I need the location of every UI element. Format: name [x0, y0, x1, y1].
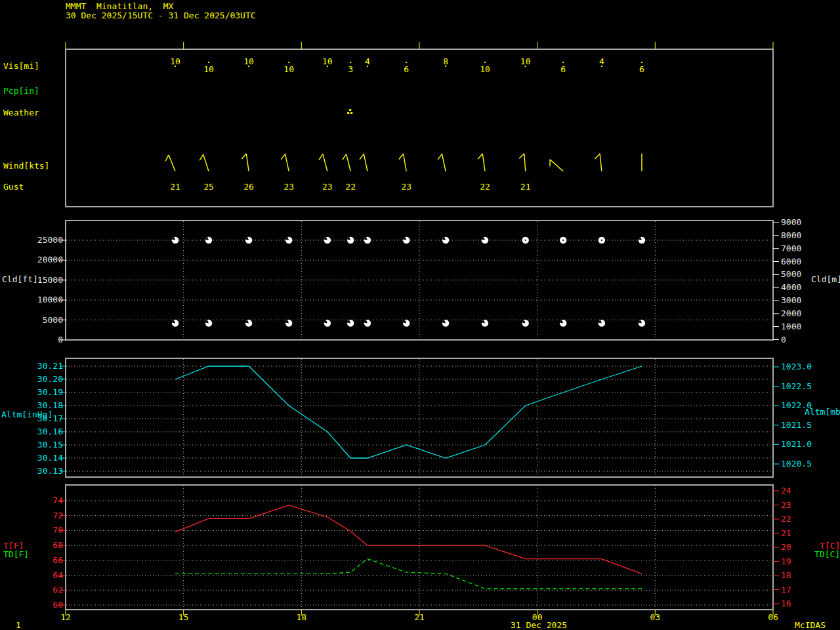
cld-m-tick-label: 0	[781, 335, 786, 345]
temp-f-tick-label: 74	[20, 496, 63, 505]
cloud-overcast-icon	[522, 237, 529, 243]
vis-time-dot	[208, 62, 209, 63]
vis-value: 8	[443, 57, 448, 66]
cloud-broken-icon	[639, 320, 645, 326]
vis-value: 3	[348, 65, 353, 74]
cld-ft-tick-label: 10000	[20, 295, 63, 304]
temp-c-tick-label: 22	[781, 514, 791, 524]
wind-barb-feather	[477, 154, 483, 159]
temp-c-tick-label: 17	[781, 585, 791, 595]
altm-inhg-tick-label: 30.15	[20, 440, 63, 450]
gust-value: 25	[203, 182, 214, 192]
temp-c-tick-label: 24	[781, 486, 791, 495]
wind-barb-feather	[398, 154, 404, 159]
vis-value: 4	[365, 57, 370, 66]
vis-value: 10	[322, 57, 333, 66]
weather-rain-dots-icon	[350, 112, 352, 114]
gust-value: 21	[170, 182, 180, 192]
wind-barb-staff	[246, 154, 249, 171]
vis-value: 10	[480, 65, 490, 74]
cld-m-tick-label: 7000	[781, 244, 801, 253]
wind-barb-staff	[404, 154, 407, 171]
vis-value: 6	[639, 65, 644, 74]
cloud-broken-icon	[442, 237, 449, 243]
wind-barb-icon	[198, 154, 209, 173]
wind-barb-icon	[547, 159, 563, 175]
altm-inhg-tick-label: 30.18	[20, 401, 63, 410]
wind-barb-staff	[169, 155, 175, 171]
altm-inhg-tick-label: 30.20	[20, 375, 63, 384]
cloud-broken-icon	[285, 237, 292, 243]
cloud-broken-icon	[560, 320, 566, 326]
altm-mb-tick-label: 1021.5	[781, 421, 812, 430]
wind-barb-feather	[547, 159, 554, 167]
temp-c-tick-label: 23	[781, 501, 791, 510]
wind-barb-staff	[323, 154, 327, 171]
wind-barb-icon	[241, 154, 249, 172]
temp-f-tick-label: 70	[20, 526, 63, 535]
altm-inhg-tick-label: 30.19	[20, 388, 63, 397]
wind-barb-icon	[341, 154, 350, 173]
wind-barb-staff	[482, 154, 485, 171]
altm-inhg-tick-label: 30.17	[20, 414, 63, 423]
cloud-broken-icon	[403, 320, 410, 326]
vis-time-dot	[562, 62, 564, 63]
gust-value: 23	[284, 182, 294, 192]
wind-barb-feather	[241, 154, 247, 159]
wind-barb-icon	[280, 154, 289, 173]
cloud-broken-icon	[639, 237, 645, 243]
cld-m-tick-label: 1000	[781, 322, 801, 331]
temp-c-tick-label: 16	[781, 599, 791, 608]
wind-barb-icon	[519, 154, 526, 171]
wind-barb-icon	[477, 154, 485, 172]
x-axis-hour-label: 18	[297, 613, 307, 622]
cloud-broken-icon	[442, 320, 449, 326]
gust-value: 26	[243, 182, 254, 192]
cloud-overcast-icon	[598, 237, 605, 243]
temp-f-tick-label: 60	[20, 600, 63, 610]
cloud-broken-icon	[364, 237, 371, 243]
cloud-broken-icon	[172, 237, 178, 243]
temp-c-tick-label: 21	[781, 529, 791, 538]
cloud-broken-icon	[482, 237, 488, 243]
wind-barb-staff	[364, 154, 368, 171]
wind-barb-feather	[519, 154, 524, 159]
cloud-broken-icon	[403, 237, 410, 243]
gust-value: 23	[401, 182, 411, 192]
cloud-broken-icon	[347, 237, 354, 243]
gust-value: 22	[345, 182, 356, 192]
cloud-broken-icon	[482, 320, 488, 326]
cld-ft-tick-label: 20000	[20, 255, 63, 264]
weather-rain-dots-icon	[347, 112, 349, 114]
meteogram-plot	[0, 0, 840, 630]
cld-ft-tick-label: 5000	[20, 316, 63, 325]
cloud-overcast-icon	[560, 237, 566, 243]
temp-f-tick-label: 72	[20, 511, 63, 520]
vis-time-dot	[484, 62, 486, 63]
vis-value: 6	[560, 65, 566, 74]
x-axis-hour-label: 06	[768, 613, 778, 622]
wind-barb-staff	[524, 154, 526, 171]
temp-f-tick-label: 62	[20, 585, 63, 595]
altm-mb-tick-label: 1023.0	[781, 362, 812, 371]
vis-value: 10	[203, 65, 214, 74]
gust-value: 22	[480, 182, 490, 192]
weather-rain-dots-icon	[349, 109, 351, 111]
cloud-broken-icon	[347, 320, 354, 326]
gust-value: 21	[520, 182, 531, 192]
cloud-center-dot	[525, 240, 526, 241]
cloud-broken-icon	[172, 320, 178, 326]
wind-barb-staff	[600, 154, 602, 171]
altm-mb-tick-label: 1022.5	[781, 382, 812, 391]
altm-inhg-tick-label: 30.21	[20, 362, 63, 371]
cld-m-tick-label: 8000	[781, 231, 801, 240]
wind-barb-staff	[346, 154, 351, 171]
cld-ft-tick-label: 15000	[20, 276, 63, 285]
altm-mb-tick-label: 1020.5	[781, 459, 812, 469]
vis-time-dot	[406, 62, 407, 63]
cloud-broken-icon	[285, 320, 292, 326]
vis-value: 10	[243, 57, 254, 66]
altm-mb-tick-label: 1022.0	[781, 401, 812, 410]
cld-m-tick-label: 6000	[781, 257, 801, 266]
wind-barb-icon	[595, 154, 602, 172]
